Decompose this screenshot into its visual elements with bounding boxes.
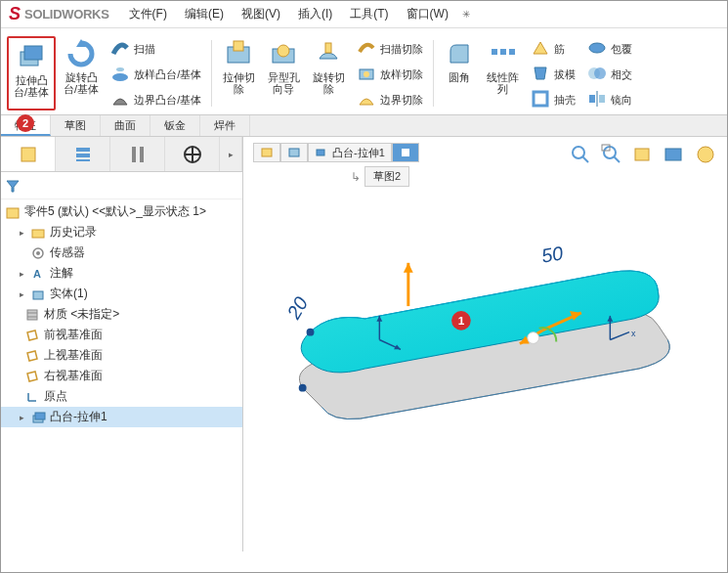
- revolve-cut-button[interactable]: 旋转切 除: [308, 36, 349, 110]
- shell-icon: [531, 89, 550, 109]
- panel-tab-more[interactable]: ▸: [220, 137, 242, 171]
- linear-pattern-label: 线性阵 列: [487, 71, 519, 95]
- menu-file[interactable]: 文件(F): [121, 3, 175, 25]
- filter-icon[interactable]: [5, 178, 21, 194]
- bc-feature[interactable]: 凸台-拉伸1: [308, 143, 392, 162]
- hole-wizard-icon: [268, 38, 299, 69]
- svg-rect-12: [492, 49, 497, 55]
- extrude-cut-label: 拉伸切 除: [223, 71, 255, 95]
- tree-label: 上视基准面: [44, 347, 103, 364]
- panel-tab-property[interactable]: [56, 137, 110, 171]
- svg-rect-6: [234, 41, 243, 51]
- svg-text:1: 1: [458, 314, 465, 328]
- draft-icon: [531, 64, 550, 83]
- svg-point-55: [698, 147, 713, 162]
- bc-sketch[interactable]: 草图2: [364, 166, 409, 187]
- revolve-boss-button[interactable]: 旋转凸 台/基体: [60, 36, 103, 110]
- zoom-fit-button[interactable]: [567, 141, 594, 168]
- tree-item-extrude1[interactable]: ▸ 凸台-拉伸1: [1, 407, 242, 427]
- shell-button[interactable]: 抽壳: [527, 87, 579, 110]
- highlight-extrude: 拉伸凸 台/基体 2: [7, 36, 56, 110]
- zoom-area-button[interactable]: [598, 141, 625, 168]
- svg-rect-54: [665, 149, 681, 160]
- rib-label: 筋: [554, 43, 565, 55]
- boundary-label: 边界凸台/基体: [134, 94, 201, 106]
- tree-item-sensors[interactable]: 传感器: [1, 242, 242, 263]
- intersect-button[interactable]: 相交: [583, 62, 636, 85]
- svg-rect-23: [76, 148, 90, 152]
- expand-icon[interactable]: ▸: [17, 289, 26, 299]
- svg-point-8: [278, 45, 289, 57]
- menu-insert[interactable]: 插入(I): [290, 3, 340, 25]
- tab-sketch[interactable]: 草图: [51, 115, 101, 136]
- tree-item-right-plane[interactable]: 右视基准面: [1, 366, 242, 386]
- tree-item-front-plane[interactable]: 前视基准面: [1, 325, 242, 345]
- expand-icon[interactable]: ▸: [17, 228, 26, 238]
- sensor-icon: [30, 245, 46, 261]
- app-name: SOLIDWORKS: [24, 7, 109, 22]
- panel-tab-tree[interactable]: [1, 137, 56, 171]
- loft-button[interactable]: 放样凸台/基体: [107, 62, 205, 85]
- linear-pattern-button[interactable]: 线性阵 列: [483, 36, 523, 110]
- bc-part[interactable]: [253, 143, 280, 162]
- hole-wizard-button[interactable]: 异型孔 向导: [263, 36, 304, 110]
- menu-view[interactable]: 视图(V): [234, 3, 288, 25]
- tree-label: 历史记录: [50, 224, 97, 241]
- tree-item-material[interactable]: 材质 <未指定>: [1, 304, 242, 325]
- extrude-boss-icon: [16, 41, 47, 72]
- tree-item-bodies[interactable]: ▸ 实体(1): [1, 284, 242, 304]
- panel-tab-dimx[interactable]: [165, 137, 220, 171]
- part-icon: [5, 204, 21, 220]
- boundary-button[interactable]: 边界凸台/基体: [107, 87, 205, 110]
- fillet-icon: [444, 38, 475, 69]
- menu-more-icon[interactable]: ✳: [462, 9, 470, 20]
- tree-item-top-plane[interactable]: 上视基准面: [1, 345, 242, 366]
- extrude-boss-button[interactable]: 拉伸凸 台/基体: [10, 39, 53, 100]
- sweep-cut-button[interactable]: 扫描切除: [353, 36, 427, 60]
- graphics-viewport[interactable]: 凸台-拉伸1 ↳ 草图2: [243, 137, 727, 551]
- tab-surface[interactable]: 曲面: [101, 115, 150, 136]
- dim-width: 50: [539, 242, 564, 266]
- bc-history[interactable]: [280, 143, 308, 162]
- body-icon: [30, 286, 46, 302]
- menu-window[interactable]: 窗口(W): [399, 3, 456, 25]
- svg-rect-24: [76, 154, 90, 157]
- sweep-cut-label: 扫描切除: [380, 43, 423, 55]
- tree-root[interactable]: 零件5 (默认) <<默认>_显示状态 1>: [1, 201, 242, 222]
- fillet-button[interactable]: 圆角: [440, 36, 479, 110]
- expand-icon[interactable]: ▸: [17, 413, 26, 422]
- draft-label: 拔模: [554, 68, 576, 80]
- menu-tools[interactable]: 工具(T): [342, 3, 396, 25]
- loft-label: 放样凸台/基体: [134, 68, 201, 80]
- ribbon: 拉伸凸 台/基体 2 旋转凸 台/基体 扫描 放样凸台/基体 边界凸台/基体 拉…: [1, 28, 727, 115]
- tab-sheetmetal[interactable]: 钣金: [150, 115, 200, 136]
- rib-button[interactable]: 筋: [527, 36, 579, 60]
- tab-weldment[interactable]: 焊件: [200, 115, 250, 136]
- appearance-button[interactable]: [692, 141, 719, 168]
- panel-tab-config[interactable]: [110, 137, 165, 171]
- svg-rect-43: [35, 413, 45, 419]
- menu-edit[interactable]: 编辑(E): [177, 3, 232, 25]
- boundary-cut-icon: [357, 89, 376, 109]
- svg-rect-15: [534, 92, 547, 106]
- sweep-button[interactable]: 扫描: [107, 36, 205, 60]
- view-orient-button[interactable]: [629, 141, 657, 168]
- tree-item-annotations[interactable]: ▸ A 注解: [1, 263, 242, 284]
- loft-cut-button[interactable]: 放样切除: [353, 62, 427, 85]
- draft-button[interactable]: 拔模: [527, 62, 579, 85]
- display-style-button[interactable]: [661, 141, 688, 168]
- wrap-button[interactable]: 包覆: [583, 36, 636, 60]
- bc-end[interactable]: [392, 143, 419, 162]
- svg-point-11: [364, 71, 369, 77]
- extrude-cut-button[interactable]: 拉伸切 除: [218, 36, 259, 110]
- tree-item-origin[interactable]: 原点: [1, 386, 242, 407]
- mirror-button[interactable]: 镜向: [583, 87, 636, 110]
- app-logo: S SOLIDWORKS: [9, 4, 109, 24]
- svg-point-34: [36, 251, 40, 255]
- model-area: 50 20: [253, 196, 717, 542]
- tree-item-history[interactable]: ▸ 历史记录: [1, 222, 242, 242]
- expand-icon[interactable]: ▸: [17, 269, 26, 279]
- boundary-cut-button[interactable]: 边界切除: [353, 87, 427, 110]
- tree-label: 右视基准面: [44, 368, 103, 384]
- filter-row: [1, 172, 242, 199]
